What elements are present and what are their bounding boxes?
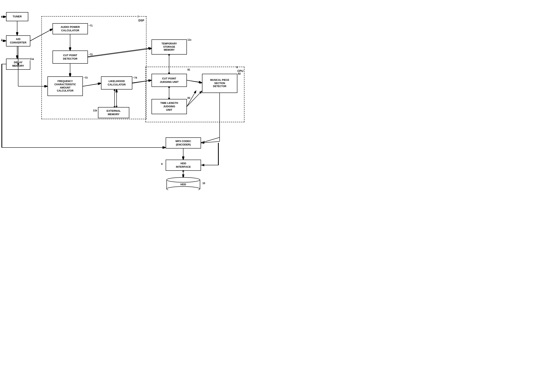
ref-11a: 11a	[30, 57, 34, 60]
time-length-judging-block: TIME LENGTH JUDGING UNIT	[151, 99, 187, 114]
svg-text:HDD: HDD	[180, 183, 186, 186]
ref-73: ~73	[83, 76, 88, 79]
ref-9: 9	[161, 163, 163, 166]
ref-3: ~3	[202, 141, 205, 143]
ref-2: 2	[1, 38, 2, 42]
external-memory-block: EXTERNAL MEMORY	[98, 107, 129, 118]
temp-storage-block: TEMPORARY STORAGE MEMORY	[151, 39, 187, 55]
audio-power-block: AUDIO POWER CALCULATOR	[52, 23, 88, 34]
delay-memory-block: DELAY MEMORY	[6, 59, 30, 70]
dsp-text: DSP	[138, 19, 144, 22]
cut-point-detector-block: CUT POINT DETECTOR	[52, 51, 88, 64]
ad-converter-block: A/D CONVERTER	[6, 35, 30, 47]
tuner-block: TUNER	[6, 12, 28, 21]
freq-calc-block: FREQUENCY CHARACTERISTIC AMOUNT CALCULAT…	[47, 76, 83, 96]
ref-83: 83	[187, 97, 190, 99]
dsp-label: 7	[137, 15, 139, 18]
ref-71: ~71	[88, 24, 93, 27]
svg-point-40	[167, 187, 200, 190]
hdd-cylinder-svg: HDD	[166, 177, 201, 190]
ref-81: 81	[187, 68, 190, 71]
ref-10: 10	[203, 182, 205, 185]
cut-point-judging-block: CUT POINT JUDGING UNIT	[151, 74, 187, 87]
musical-piece-block: MUSICAL PIECE SECTION DETECTOR	[202, 74, 237, 93]
ref-11c: 11c	[187, 38, 192, 41]
hdd-block: HDD	[166, 177, 201, 190]
diagram: 7 DSP 8 CPU TUNER 1 A/D CONVERTER 2 DELA…	[0, 0, 270, 196]
ref-74: ~74	[133, 76, 137, 79]
ref-1: 1	[1, 15, 2, 18]
cpu-text: CPU	[237, 69, 244, 73]
ref-72: ~72	[88, 53, 93, 56]
hdd-interface-block: HDD INTERFACE	[166, 160, 201, 171]
cpu-ref: 8	[236, 66, 238, 69]
likelihood-calc-block: LIKELIHOOD CALCULATOR	[101, 76, 132, 89]
mp3-codec-block: MP3 CODEC (ENCODER)	[166, 137, 201, 148]
ref-82: 82	[238, 72, 241, 75]
ref-11b: 11b	[93, 109, 97, 112]
svg-point-39	[167, 178, 200, 182]
